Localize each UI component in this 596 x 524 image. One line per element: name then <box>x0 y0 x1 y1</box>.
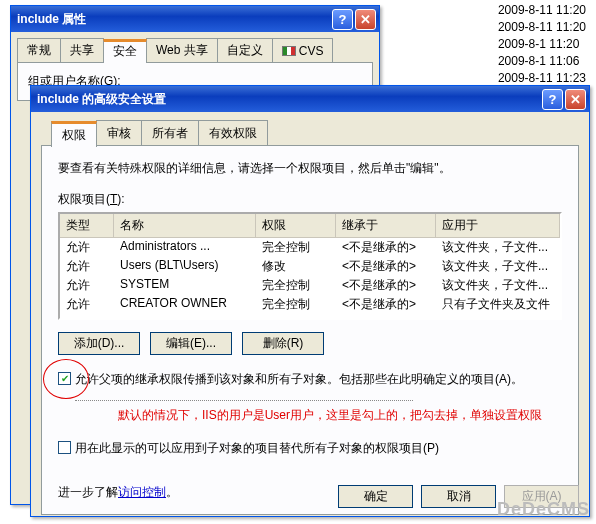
annotation-note: 默认的情况下，IIS的用户是User用户，这里是勾上的，把勾去掉，单独设置权限 <box>118 407 562 424</box>
tab-cvs[interactable]: CVS <box>272 38 334 62</box>
titlebar[interactable]: include 属性 ? ✕ <box>11 6 379 32</box>
tab-sharing[interactable]: 共享 <box>60 38 104 62</box>
permissions-list[interactable]: 类型 名称 权限 继承于 应用于 允许Administrators ...完全控… <box>58 212 562 320</box>
permissions-label: 权限项目(T): <box>58 191 562 208</box>
access-control-link[interactable]: 访问控制 <box>118 485 166 499</box>
list-row[interactable]: 允许CREATOR OWNER完全控制<不是继承的>只有子文件夹及文件 <box>60 295 560 314</box>
tab-owner[interactable]: 所有者 <box>141 120 199 146</box>
tab-custom[interactable]: 自定义 <box>217 38 273 62</box>
window-title: include 的高级安全设置 <box>37 91 540 108</box>
col-inherited[interactable]: 继承于 <box>336 214 436 237</box>
col-perm[interactable]: 权限 <box>256 214 336 237</box>
titlebar[interactable]: include 的高级安全设置 ? ✕ <box>31 86 589 112</box>
close-icon[interactable]: ✕ <box>355 9 376 30</box>
window-title: include 属性 <box>17 11 330 28</box>
bg-date: 2009-8-11 11:20 <box>498 19 586 36</box>
col-type[interactable]: 类型 <box>60 214 114 237</box>
edit-button[interactable]: 编辑(E)... <box>150 332 232 355</box>
tab-auditing[interactable]: 审核 <box>96 120 142 146</box>
help-icon[interactable]: ? <box>542 89 563 110</box>
remove-button[interactable]: 删除(R) <box>242 332 324 355</box>
list-row[interactable]: 允许Users (BLT\Users)修改<不是继承的>该文件夹，子文件... <box>60 257 560 276</box>
close-icon[interactable]: ✕ <box>565 89 586 110</box>
list-row[interactable]: 允许Administrators ...完全控制<不是继承的>该文件夹，子文件.… <box>60 238 560 257</box>
advanced-tabs: 权限 审核 所有者 有效权限 <box>51 120 579 146</box>
inherit-label: 允许父项的继承权限传播到该对象和所有子对象。包括那些在此明确定义的项目(A)。 <box>75 371 523 403</box>
instruction-text: 要查看有关特殊权限的详细信息，请选择一个权限项目，然后单击"编辑"。 <box>58 160 562 177</box>
tab-permissions[interactable]: 权限 <box>51 121 97 147</box>
replace-checkbox[interactable] <box>58 441 71 454</box>
list-header: 类型 名称 权限 继承于 应用于 <box>60 214 560 238</box>
inherit-checkbox[interactable]: ✔ <box>58 372 71 385</box>
list-row[interactable]: 允许SYSTEM完全控制<不是继承的>该文件夹，子文件... <box>60 276 560 295</box>
cancel-button[interactable]: 取消 <box>421 485 496 508</box>
col-apply[interactable]: 应用于 <box>436 214 560 237</box>
bg-date: 2009-8-11 11:20 <box>498 2 586 19</box>
advanced-security-window: include 的高级安全设置 ? ✕ 权限 审核 所有者 有效权限 要查看有关… <box>30 85 590 517</box>
tab-websharing[interactable]: Web 共享 <box>146 38 218 62</box>
ok-button[interactable]: 确定 <box>338 485 413 508</box>
cvs-icon <box>282 46 296 56</box>
bg-date: 2009-8-1 11:06 <box>498 53 586 70</box>
watermark: DeDeCMS <box>497 499 590 520</box>
tab-security[interactable]: 安全 <box>103 39 147 63</box>
tab-effective[interactable]: 有效权限 <box>198 120 268 146</box>
add-button[interactable]: 添加(D)... <box>58 332 140 355</box>
replace-label: 用在此显示的可以应用到子对象的项目替代所有子对象的权限项目(P) <box>75 440 439 456</box>
help-icon[interactable]: ? <box>332 9 353 30</box>
properties-tabs: 常规 共享 安全 Web 共享 自定义 CVS <box>17 38 373 63</box>
tab-general[interactable]: 常规 <box>17 38 61 62</box>
col-name[interactable]: 名称 <box>114 214 256 237</box>
bg-date: 2009-8-1 11:20 <box>498 36 586 53</box>
